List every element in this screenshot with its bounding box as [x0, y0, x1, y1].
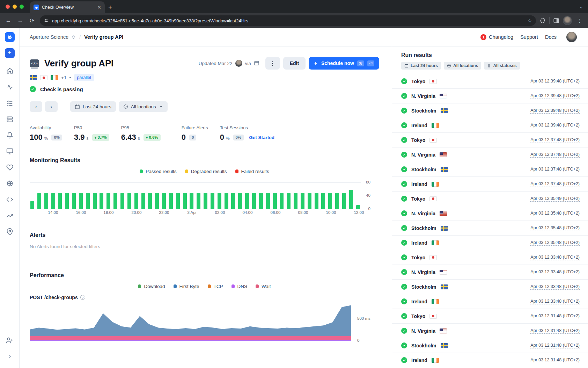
dashboards-icon[interactable] [3, 143, 17, 159]
run-result-row[interactable]: Tokyo Apr 03 12:39:48 (UTC+2) [392, 74, 588, 88]
help-icon[interactable]: ? [80, 295, 85, 300]
run-result-row[interactable]: Tokyo Apr 03 12:37:48 (UTC+2) [392, 132, 588, 147]
run-result-row[interactable]: Ireland Apr 03 12:31:48 (UTC+2) [392, 353, 588, 367]
run-result-row[interactable]: Ireland Apr 03 12:39:48 (UTC+2) [392, 118, 588, 132]
run-result-row[interactable]: Ireland Apr 03 12:33:48 (UTC+2) [392, 294, 588, 309]
run-result-row[interactable]: Stockholm Apr 03 12:39:48 (UTC+2) [392, 103, 588, 118]
checks-list-icon[interactable] [3, 95, 17, 111]
run-result-row[interactable]: Ireland Apr 03 12:35:48 (UTC+2) [392, 235, 588, 250]
x-tick-label: 22:00 [159, 210, 169, 215]
invite-user-icon[interactable] [3, 332, 17, 348]
run-result-row[interactable]: N. Virginia Apr 03 12:33:48 (UTC+2) [392, 265, 588, 279]
private-locations-globe-icon[interactable] [3, 175, 17, 192]
run-result-row[interactable]: Stockholm Apr 03 12:35:48 (UTC+2) [392, 221, 588, 235]
run-result-row[interactable]: Stockholm Apr 03 12:31:48 (UTC+2) [392, 338, 588, 353]
get-started-link[interactable]: Get Started [249, 135, 274, 140]
run-timestamp-link[interactable]: Apr 03 12:35:49 (UTC+2) [530, 196, 580, 202]
tab-search-chevron-icon[interactable]: ⌄ [579, 4, 583, 9]
support-link[interactable]: Support [520, 34, 538, 40]
chip-statuses[interactable]: All statuses [484, 62, 520, 70]
home-icon[interactable] [3, 63, 17, 79]
run-timestamp-link[interactable]: Apr 03 12:37:48 (UTC+2) [530, 137, 580, 143]
run-timestamp-link[interactable]: Apr 03 12:39:48 (UTC+2) [530, 123, 580, 128]
url-text[interactable]: app.checklyhq.com/checks/3264c851-e5ae-4… [52, 18, 524, 23]
result-bar [106, 193, 110, 209]
address-bar[interactable]: app.checklyhq.com/checks/3264c851-e5ae-4… [40, 15, 536, 26]
run-result-row[interactable]: N. Virginia Apr 03 12:31:48 (UTC+2) [392, 323, 588, 338]
status-pages-heart-icon[interactable] [3, 159, 17, 175]
run-location-flag-icon [440, 94, 447, 99]
checkly-logo[interactable] [5, 32, 15, 42]
collapse-sidebar-chevron-icon[interactable] [3, 348, 17, 365]
side-panel-icon[interactable] [553, 17, 559, 24]
next-range-button[interactable]: › [45, 101, 58, 112]
analytics-chart-icon[interactable] [3, 208, 17, 224]
prev-range-button[interactable]: ‹ [30, 101, 42, 112]
cli-code-icon[interactable] [3, 192, 17, 208]
run-result-row[interactable]: N. Virginia Apr 03 12:35:48 (UTC+2) [392, 206, 588, 221]
run-timestamp-link[interactable]: Apr 03 12:31:48 (UTC+2) [530, 313, 580, 319]
run-location-flag-icon [432, 123, 439, 128]
schedule-now-button[interactable]: Schedule now ⌘ ⏎ [309, 57, 379, 70]
run-timestamp-link[interactable]: Apr 03 12:37:48 (UTC+2) [530, 152, 580, 158]
locations-filter[interactable]: All locations [119, 101, 168, 112]
run-timestamp-link[interactable]: Apr 03 12:35:48 (UTC+2) [530, 225, 580, 231]
run-timestamp-link[interactable]: Apr 03 12:33:48 (UTC+2) [530, 284, 580, 290]
run-result-row[interactable]: Stockholm Apr 03 12:33:48 (UTC+2) [392, 279, 588, 294]
run-location-flag-icon [441, 167, 448, 172]
run-result-row[interactable]: Ireland Apr 03 12:37:48 (UTC+2) [392, 176, 588, 191]
user-avatar[interactable] [566, 32, 577, 42]
run-passed-icon [401, 137, 407, 143]
run-timestamp-link[interactable]: Apr 03 12:31:48 (UTC+2) [530, 328, 580, 334]
run-timestamp-link[interactable]: Apr 03 12:37:48 (UTC+2) [530, 167, 580, 172]
forward-button[interactable]: → [16, 17, 24, 24]
run-result-row[interactable]: N. Virginia Apr 03 12:37:48 (UTC+2) [392, 147, 588, 162]
activity-icon[interactable] [3, 79, 17, 95]
run-result-row[interactable]: Tokyo Apr 03 12:33:48 (UTC+2) [392, 250, 588, 265]
reload-button[interactable]: ⟳ [28, 17, 36, 24]
window-controls[interactable] [6, 5, 24, 9]
more-actions-button[interactable]: ⋮ [265, 57, 280, 70]
create-new-button[interactable]: + [5, 48, 15, 58]
bookmark-star-icon[interactable]: ☆ [528, 17, 532, 24]
run-timestamp-link[interactable]: Apr 03 12:39:48 (UTC+2) [530, 79, 580, 84]
test-sessions-icon[interactable] [3, 111, 17, 127]
back-button[interactable]: ← [4, 17, 13, 24]
docs-link[interactable]: Docs [545, 34, 557, 40]
changelog-link[interactable]: 1 Changelog [480, 34, 513, 40]
tab-close-icon[interactable]: ✕ [97, 5, 101, 10]
account-switcher-icon[interactable] [71, 35, 76, 39]
chip-locations[interactable]: All locations [444, 62, 481, 70]
new-tab-button[interactable]: + [108, 3, 112, 11]
browser-menu-icon[interactable]: ⋮ [575, 18, 584, 23]
edit-button[interactable]: Edit [283, 57, 306, 70]
browser-profile-avatar[interactable] [563, 16, 572, 25]
run-result-row[interactable]: Stockholm Apr 03 12:37:48 (UTC+2) [392, 162, 588, 176]
run-timestamp-link[interactable]: Apr 03 12:35:48 (UTC+2) [530, 240, 580, 246]
zoom-window-button[interactable] [20, 5, 24, 9]
browser-tab[interactable]: Check Overview ✕ [30, 1, 105, 13]
run-timestamp-link[interactable]: Apr 03 12:37:48 (UTC+2) [530, 181, 580, 187]
run-timestamp-link[interactable]: Apr 03 12:31:48 (UTC+2) [530, 343, 580, 348]
locations-map-pin-icon[interactable] [3, 224, 17, 240]
run-location: Stockholm [411, 343, 436, 348]
close-window-button[interactable] [6, 5, 10, 9]
run-timestamp-link[interactable]: Apr 03 12:33:48 (UTC+2) [530, 255, 580, 260]
alerts-bell-icon[interactable] [3, 127, 17, 143]
run-timestamp-link[interactable]: Apr 03 12:33:48 (UTC+2) [530, 269, 580, 275]
updated-by-avatar[interactable] [235, 60, 242, 67]
run-timestamp-link[interactable]: Apr 03 12:39:48 (UTC+2) [530, 93, 580, 99]
extensions-icon[interactable] [539, 17, 546, 24]
chip-time-range[interactable]: Last 24 hours [401, 62, 441, 70]
run-timestamp-link[interactable]: Apr 03 12:31:48 (UTC+2) [530, 358, 580, 363]
run-timestamp-link[interactable]: Apr 03 12:39:48 (UTC+2) [530, 108, 580, 114]
time-range-filter[interactable]: Last 24 hours [70, 101, 116, 112]
run-timestamp-link[interactable]: Apr 03 12:33:48 (UTC+2) [530, 299, 580, 304]
run-result-row[interactable]: Tokyo Apr 03 12:35:49 (UTC+2) [392, 191, 588, 206]
run-result-row[interactable]: N. Virginia Apr 03 12:39:48 (UTC+2) [392, 88, 588, 103]
site-settings-icon[interactable] [44, 18, 49, 23]
breadcrumb-account[interactable]: Aperture Science [30, 34, 68, 40]
run-timestamp-link[interactable]: Apr 03 12:35:48 (UTC+2) [530, 211, 580, 216]
run-result-row[interactable]: Tokyo Apr 03 12:31:48 (UTC+2) [392, 309, 588, 323]
minimize-window-button[interactable] [13, 5, 17, 9]
